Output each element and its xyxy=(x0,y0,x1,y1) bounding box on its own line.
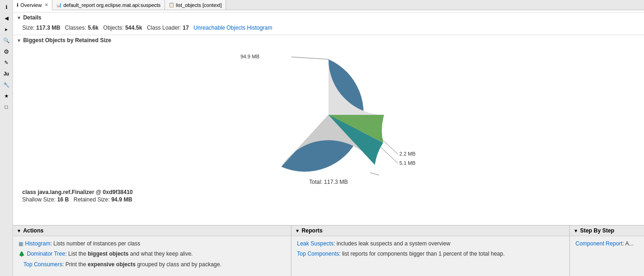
step-by-step-content: Component Report: A... xyxy=(570,236,644,252)
pie-chart: 94.9 MB 15 MB 2.2 MB 5.1 MB xyxy=(213,55,444,175)
details-arrow[interactable]: ▼ xyxy=(17,15,21,20)
top-consumers-item: Top Consumers: Print the expensive objec… xyxy=(19,260,285,269)
label-2mb: 2.2 MB xyxy=(399,151,416,157)
tab-default-report[interactable]: 📊 default_report org.eclipse.mat.api:sus… xyxy=(52,0,165,10)
size-value: 117.3 MB xyxy=(36,25,60,31)
actions-arrow[interactable]: ▼ xyxy=(17,228,21,233)
tab-overview-label: Overview xyxy=(20,2,42,8)
forward-icon[interactable]: ▸ xyxy=(1,24,12,34)
tab-report-label: default_report org.eclipse.mat.api:suspe… xyxy=(63,2,161,8)
step-by-step-panel: ▼ Step By Step Component Report: A... xyxy=(570,226,644,276)
bottom-panels: ▼ Actions ▦ Histogram: Lists number of i… xyxy=(13,225,644,276)
histogram-icon: ▦ xyxy=(19,239,23,248)
top-consumers-text: Top Consumers: Print the expensive objec… xyxy=(20,260,221,269)
retained-label: Retained Size: xyxy=(74,196,110,203)
label-5mb: 5.1 MB xyxy=(399,160,416,166)
tab-overview[interactable]: ℹ Overview ✕ xyxy=(13,0,52,10)
chart-total: Total: 117.3 MB xyxy=(309,179,347,185)
component-report-link[interactable]: Component Report xyxy=(575,240,622,247)
tab-list-icon: 📋 xyxy=(169,2,174,7)
actions-content: ▦ Histogram: Lists number of instances p… xyxy=(13,236,291,273)
content-area: ▼ Details Size: 117.3 MB Classes: 5.6k O… xyxy=(13,10,644,225)
main-area: ℹ Overview ✕ 📊 default_report org.eclips… xyxy=(13,0,644,276)
sidebar: ℹ ◀ ▸ 🔍 ⚙ ✎ Ju 🔧 ★ □ xyxy=(0,0,13,276)
svg-line-0 xyxy=(291,57,328,59)
gear-icon[interactable]: ⚙ xyxy=(1,46,12,56)
reports-header: ▼ Reports xyxy=(291,226,569,236)
details-section-header: ▼ Details xyxy=(13,13,644,23)
leak-suspects-link[interactable]: Leak Suspects xyxy=(297,240,334,247)
top-components-text: Top Components: list reports for compone… xyxy=(297,249,505,258)
leak-suspects-item: Leak Suspects: includes leak suspects an… xyxy=(297,239,564,248)
classloader-label: Class Loader: xyxy=(147,25,181,31)
info-icon[interactable]: ℹ xyxy=(1,2,12,12)
component-report-text: Component Report: A... xyxy=(575,239,633,248)
tab-list-objects[interactable]: 📋 list_objects [context] xyxy=(165,0,226,10)
classes-value: 5.6k xyxy=(88,25,98,31)
tab-overview-icon: ℹ xyxy=(17,2,19,7)
reports-content: Leak Suspects: includes leak suspects an… xyxy=(291,236,569,263)
histogram-item: ▦ Histogram: Lists number of instances p… xyxy=(19,239,285,248)
top-components-link[interactable]: Top Components xyxy=(297,251,339,257)
tab-overview-close[interactable]: ✕ xyxy=(44,2,48,7)
object-info: class java.lang.ref.Finalizer @ 0xd9f384… xyxy=(13,185,644,207)
classloader-value: 17 xyxy=(183,25,189,31)
tab-list-label: list_objects [context] xyxy=(176,2,222,8)
biggest-objects-arrow[interactable]: ▼ xyxy=(17,38,21,43)
actions-label: Actions xyxy=(23,227,44,234)
edit-icon[interactable]: ✎ xyxy=(1,57,12,68)
top-components-item: Top Components: list reports for compone… xyxy=(297,249,564,258)
dominator-link[interactable]: Dominator Tree xyxy=(27,251,65,257)
reports-panel: ▼ Reports Leak Suspects: includes leak s… xyxy=(291,226,570,276)
reports-arrow[interactable]: ▼ xyxy=(295,228,300,233)
window-icon[interactable]: □ xyxy=(1,102,12,112)
star-icon[interactable]: ★ xyxy=(1,91,12,101)
label-94mb: 94.9 MB xyxy=(240,55,259,59)
svg-line-2 xyxy=(380,138,398,154)
reports-label: Reports xyxy=(302,227,322,234)
actions-panel: ▼ Actions ▦ Histogram: Lists number of i… xyxy=(13,226,291,276)
back-icon[interactable]: ◀ xyxy=(1,13,12,23)
chart-container: 94.9 MB 15 MB 2.2 MB 5.1 MB Total: 117.3… xyxy=(13,55,644,185)
tool-icon[interactable]: 🔧 xyxy=(1,80,12,90)
step-by-step-header: ▼ Step By Step xyxy=(570,226,644,236)
dominator-item: 🌲 Dominator Tree: List the biggest objec… xyxy=(19,249,285,258)
details-row: Size: 117.3 MB Classes: 5.6k Objects: 54… xyxy=(13,23,644,35)
tab-bar: ℹ Overview ✕ 📊 default_report org.eclips… xyxy=(13,0,644,10)
tab-report-icon: 📊 xyxy=(56,2,62,7)
actions-header: ▼ Actions xyxy=(13,226,291,236)
biggest-objects-label: Biggest Objects by Retained Size xyxy=(23,37,111,44)
unreachable-link[interactable]: Unreachable Objects Histogram xyxy=(194,25,272,31)
classes-label: Classes: xyxy=(65,25,86,31)
top-consumers-link[interactable]: Top Consumers xyxy=(23,261,62,268)
step-by-step-arrow[interactable]: ▼ xyxy=(574,228,578,233)
shallow-label: Shallow Size: xyxy=(22,196,56,203)
objects-value: 544.5k xyxy=(125,25,142,31)
retained-value: 94.9 MB xyxy=(111,196,132,203)
objects-label: Objects: xyxy=(103,25,124,31)
object-title: class java.lang.ref.Finalizer @ 0xd9f384… xyxy=(22,189,635,195)
step-by-step-label: Step By Step xyxy=(580,227,614,234)
svg-line-1 xyxy=(370,173,393,175)
histogram-text: Histogram: Lists number of instances per… xyxy=(25,239,140,248)
shallow-value: 16 B xyxy=(57,196,69,203)
search-icon[interactable]: 🔍 xyxy=(1,35,12,45)
histogram-link[interactable]: Histogram xyxy=(25,240,51,247)
dominator-text: Dominator Tree: List the biggest objects… xyxy=(27,249,193,258)
dominator-icon: 🌲 xyxy=(19,250,25,258)
java-icon[interactable]: Ju xyxy=(1,69,12,79)
size-label: Size: xyxy=(22,25,35,31)
details-label: Details xyxy=(23,14,41,21)
object-detail: Shallow Size: 16 B Retained Size: 94.9 M… xyxy=(22,196,635,203)
leak-suspects-text: Leak Suspects: includes leak suspects an… xyxy=(297,239,450,248)
biggest-objects-header: ▼ Biggest Objects by Retained Size xyxy=(13,35,644,45)
svg-line-3 xyxy=(381,147,398,163)
component-report-item: Component Report: A... xyxy=(575,239,638,248)
